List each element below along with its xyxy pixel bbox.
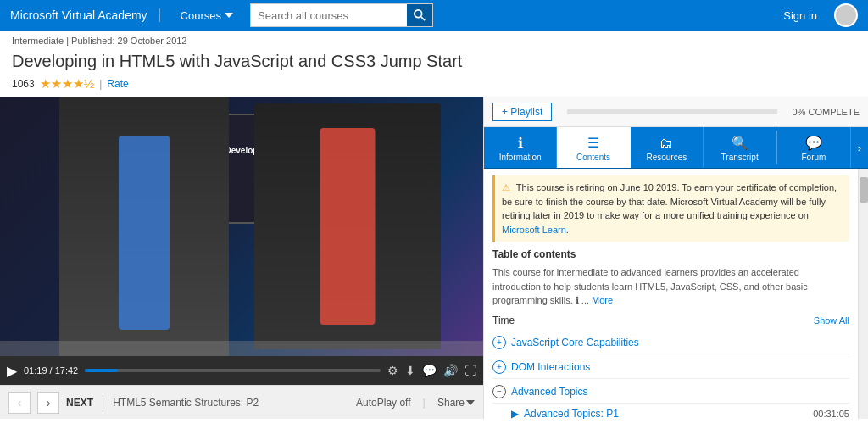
collapse-icon-advanced: − — [492, 385, 506, 398]
tab-forum-label: Forum — [802, 153, 826, 162]
tabs-more-button[interactable]: › — [851, 127, 868, 168]
section-header-dom[interactable]: + DOM Interactions — [492, 356, 849, 379]
complete-progress-bar — [567, 109, 776, 114]
retirement-warning: ⚠ This course is retiring on June 10 201… — [492, 175, 849, 242]
progress-fill — [85, 369, 117, 372]
right-panel: + Playlist 0% COMPLETE ℹ Information ☰ C… — [483, 97, 868, 419]
avatar[interactable] — [834, 3, 858, 27]
video-background: Developing Windows 8 Apps with HTML5 Jum… — [0, 97, 483, 356]
header: Microsoft Virtual Academy Courses Sign i… — [0, 0, 868, 31]
tab-contents[interactable]: ☰ Contents — [557, 127, 630, 168]
contents-icon: ☰ — [587, 135, 599, 151]
rating-count: 1063 — [12, 78, 35, 90]
volume-icon[interactable]: 🔊 — [443, 364, 458, 377]
course-nav-bar: ‹ › NEXT | HTML5 Semantic Structures: P2… — [0, 385, 483, 419]
courses-menu[interactable]: Courses — [174, 9, 240, 22]
toc-time-label: Time — [492, 315, 515, 326]
content-tabs: ℹ Information ☰ Contents 🗂 Resources 🔍 T… — [484, 127, 868, 169]
svg-marker-0 — [225, 13, 233, 18]
scrollbar-thumb[interactable] — [860, 177, 868, 203]
video-icon-p1: ▶ — [511, 408, 519, 420]
next-button[interactable]: › — [37, 392, 59, 414]
ms-learn-link[interactable]: Microsoft Learn — [502, 225, 566, 235]
video-area[interactable]: Developing Windows 8 Apps with HTML5 Jum… — [0, 97, 483, 356]
show-all-link[interactable]: Show All — [814, 315, 849, 326]
toc-description: This course for intermediate to advanced… — [492, 265, 849, 308]
settings-icon[interactable]: ⚙ — [387, 364, 398, 377]
video-controls: ▶ 01:19 / 17:42 ⚙ ⬇ 💬 🔊 ⛶ — [0, 356, 483, 385]
sign-in-link[interactable]: Sign in — [783, 9, 817, 22]
toc-section-advanced: − Advanced Topics ▶ Advanced Topics: P1 … — [492, 381, 849, 420]
section-label-javascript: JavaScript Core Capabilities — [511, 337, 639, 348]
section-header-advanced[interactable]: − Advanced Topics — [492, 381, 849, 404]
star-rating: ★★★★½ — [40, 76, 95, 92]
toc-heading: Table of contents — [492, 248, 849, 260]
autoplay-button[interactable]: AutoPlay off — [356, 397, 411, 409]
breadcrumb: Intermediate | Published: 29 October 201… — [0, 31, 868, 51]
complete-percentage: 0% COMPLETE — [793, 107, 860, 117]
section-label-advanced: Advanced Topics — [511, 386, 588, 398]
search-icon — [414, 9, 426, 21]
forum-icon: 💬 — [805, 135, 822, 151]
presenter-right — [254, 103, 441, 350]
table-surface — [0, 341, 483, 356]
toc-item-time-p1: 00:31:05 — [813, 409, 849, 419]
course-title: Developing in HTML5 with JavaScript and … — [12, 51, 462, 71]
tab-resources-label: Resources — [646, 153, 687, 162]
toc-more-link[interactable]: More — [592, 295, 613, 305]
next-title: HTML5 Semantic Structures: P2 — [113, 397, 259, 409]
fullscreen-icon[interactable]: ⛶ — [465, 364, 476, 377]
warning-text: This course is retiring on June 10 2019.… — [502, 182, 837, 220]
svg-point-1 — [415, 10, 422, 18]
svg-line-2 — [421, 17, 425, 20]
video-container: Developing Windows 8 Apps with HTML5 Jum… — [0, 97, 483, 419]
resources-icon: 🗂 — [659, 136, 673, 151]
logo: Microsoft Virtual Academy — [10, 8, 160, 22]
toc-item-p1: ▶ Advanced Topics: P1 00:31:05 — [492, 404, 849, 420]
play-button[interactable]: ▶ — [7, 363, 17, 379]
main-content: Developing Windows 8 Apps with HTML5 Jum… — [0, 97, 868, 419]
prev-button[interactable]: ‹ — [8, 392, 31, 414]
tab-information-label: Information — [499, 153, 542, 162]
courses-label: Courses — [181, 9, 221, 22]
presenter-left — [59, 97, 229, 356]
information-icon: ℹ — [518, 135, 523, 151]
panel-scroll-area: ⚠ This course is retiring on June 10 201… — [484, 169, 868, 419]
playlist-button[interactable]: + Playlist — [492, 103, 552, 121]
tab-forum[interactable]: 💬 Forum — [777, 127, 850, 168]
tab-contents-label: Contents — [576, 153, 610, 162]
share-button[interactable]: Share — [437, 397, 475, 409]
chevron-down-icon — [466, 398, 475, 407]
toc-item-label-p1[interactable]: Advanced Topics: P1 — [524, 408, 808, 420]
rate-link[interactable]: Rate — [107, 78, 128, 90]
search-input[interactable] — [251, 4, 407, 26]
caption-icon[interactable]: 💬 — [422, 364, 437, 377]
download-icon[interactable]: ⬇ — [405, 364, 415, 377]
playlist-bar: + Playlist 0% COMPLETE — [484, 97, 868, 127]
expand-icon-javascript: + — [492, 336, 506, 349]
progress-bar[interactable] — [85, 369, 381, 372]
chevron-down-icon — [225, 11, 233, 19]
next-label: NEXT — [66, 397, 93, 409]
tab-transcript-label: Transcript — [721, 153, 759, 162]
toc-header-row: Time Show All — [492, 315, 849, 326]
warning-icon: ⚠ — [502, 182, 510, 192]
logo-text: Microsoft — [10, 8, 62, 22]
search-button[interactable] — [407, 4, 432, 26]
tab-information[interactable]: ℹ Information — [484, 127, 557, 168]
logo-text-light: Virtual Academy — [62, 8, 147, 22]
time-display: 01:19 / 17:42 — [24, 365, 78, 376]
search-wrapper — [250, 3, 433, 27]
tab-resources[interactable]: 🗂 Resources — [631, 127, 704, 168]
panel-scrollbar[interactable] — [858, 169, 868, 419]
tab-transcript[interactable]: 🔍 Transcript — [704, 127, 776, 168]
toc-section-javascript: + JavaScript Core Capabilities — [492, 331, 849, 354]
svg-marker-3 — [466, 400, 475, 405]
panel-content[interactable]: ⚠ This course is retiring on June 10 201… — [484, 169, 858, 419]
expand-icon-dom: + — [492, 360, 506, 374]
transcript-icon: 🔍 — [732, 135, 748, 151]
section-label-dom: DOM Interactions — [511, 361, 590, 373]
section-header-javascript[interactable]: + JavaScript Core Capabilities — [492, 331, 849, 354]
video-control-icons: ⚙ ⬇ 💬 🔊 ⛶ — [387, 364, 476, 377]
rating-row: 1063 ★★★★½ | Rate — [0, 75, 868, 97]
